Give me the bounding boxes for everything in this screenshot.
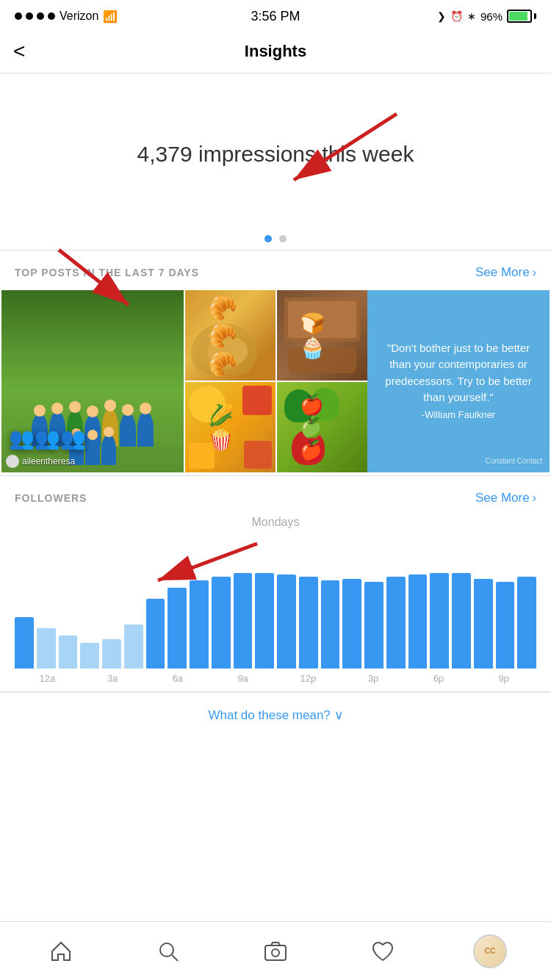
- signal-dot-1: [15, 12, 22, 20]
- top-post-2b[interactable]: [277, 290, 367, 381]
- what-mean-section: What do these mean? ∨: [0, 692, 551, 738]
- battery-fill: [509, 12, 527, 21]
- pagination-dot-1: [264, 235, 272, 242]
- post-1-image: [1, 290, 184, 472]
- bar: [342, 579, 361, 669]
- bar: [386, 577, 406, 669]
- camera-icon: [264, 940, 287, 963]
- location-icon: ❯: [437, 10, 446, 22]
- carrier-name: Verizon: [60, 10, 98, 23]
- status-right: ❯ ⏰ ∗ 96%: [437, 10, 536, 23]
- top-posts-grid: aileentheresa: [0, 290, 551, 472]
- top-post-3[interactable]: "Don't bother just to be better than you…: [367, 290, 550, 472]
- svg-point-4: [160, 943, 173, 956]
- top-post-2-grid: [185, 290, 366, 472]
- nav-search[interactable]: [146, 929, 190, 973]
- bar: [517, 577, 536, 669]
- heart-icon: [371, 940, 395, 963]
- followers-chevron-icon: ›: [533, 491, 536, 505]
- bar: [15, 617, 34, 669]
- pagination-dot-2: [279, 235, 287, 242]
- bar: [321, 580, 340, 669]
- bar: [190, 580, 209, 669]
- nav-profile[interactable]: CC: [468, 929, 512, 973]
- followers-section: FOLLOWERS See More › Mondays 12a3a6a9a12…: [0, 476, 551, 691]
- status-time: 3:56 PM: [251, 9, 300, 24]
- top-post-2a[interactable]: [185, 290, 276, 381]
- followers-see-more[interactable]: See More ›: [475, 491, 536, 505]
- battery-indicator: [507, 10, 536, 23]
- chart-x-label: 6p: [406, 673, 472, 684]
- svg-rect-6: [265, 945, 286, 960]
- bar: [430, 573, 449, 669]
- see-more-label: See More: [475, 265, 530, 280]
- chart-label: Mondays: [15, 516, 536, 529]
- page-title: Insights: [245, 42, 306, 61]
- chart-x-labels: 12a3a6a9a12p3p6p9p: [15, 669, 536, 684]
- nav-bar: < Insights: [0, 29, 551, 73]
- bar: [146, 599, 165, 669]
- top-posts-see-more[interactable]: See More ›: [475, 265, 536, 280]
- quote-post-footer: Constant Contact: [486, 457, 542, 465]
- svg-point-7: [272, 949, 279, 956]
- bar: [59, 635, 78, 669]
- bar: [364, 582, 383, 669]
- signal-dots: [15, 12, 55, 20]
- wifi-icon: 📶: [103, 10, 118, 24]
- bar: [452, 573, 471, 669]
- back-button[interactable]: <: [13, 40, 25, 63]
- nav-camera[interactable]: [253, 929, 298, 973]
- top-post-1[interactable]: aileentheresa: [1, 290, 184, 472]
- followers-title: FOLLOWERS: [15, 492, 87, 504]
- page-wrapper: Verizon 📶 3:56 PM ❯ ⏰ ∗ 96% < Insights 4…: [0, 0, 551, 738]
- post-1-user-label: aileentheresa: [6, 455, 75, 468]
- chart-x-label: 3a: [80, 673, 145, 684]
- chart-x-label: 9a: [210, 673, 276, 684]
- bar: [102, 639, 121, 669]
- bar: [234, 573, 253, 669]
- status-left: Verizon 📶: [15, 10, 118, 24]
- bar: [37, 628, 56, 669]
- bar: [124, 624, 143, 669]
- bar: [80, 643, 99, 669]
- top-post-2c[interactable]: [185, 382, 276, 472]
- bar-chart: [15, 536, 536, 669]
- alarm-icon: ⏰: [450, 10, 463, 22]
- bar: [496, 582, 515, 669]
- followers-see-more-label: See More: [475, 491, 530, 505]
- battery-percent: 96%: [480, 10, 503, 23]
- svg-line-5: [172, 955, 178, 961]
- what-mean-link[interactable]: What do these mean? ∨: [208, 708, 342, 722]
- chart-x-label: 9p: [471, 673, 536, 684]
- pagination-dots: [0, 235, 551, 242]
- post-1-avatar: [6, 455, 19, 468]
- profile-icon: CC: [473, 934, 507, 968]
- signal-dot-3: [37, 12, 44, 20]
- chart-x-label: 12a: [15, 673, 80, 684]
- followers-header: FOLLOWERS See More ›: [0, 476, 551, 516]
- bar: [212, 577, 231, 669]
- top-post-2d[interactable]: [277, 382, 367, 472]
- chart-x-label: 6a: [145, 673, 211, 684]
- chart-container: Mondays 12a3a6a9a12p3p6p9p: [0, 516, 551, 691]
- battery-tip: [534, 13, 536, 19]
- chart-x-label: 3p: [341, 673, 406, 684]
- bar: [408, 574, 428, 669]
- signal-dot-4: [48, 12, 55, 20]
- bar: [255, 573, 274, 669]
- signal-dot-2: [26, 12, 33, 20]
- bar: [168, 588, 187, 669]
- bar: [474, 579, 493, 669]
- nav-heart[interactable]: [361, 929, 405, 973]
- impressions-section: 4,379 impressions this week: [0, 73, 551, 220]
- search-icon: [156, 940, 180, 963]
- chart-x-label: 12p: [276, 673, 341, 684]
- nav-home[interactable]: [39, 929, 83, 973]
- home-icon: [49, 940, 73, 963]
- see-more-chevron-icon: ›: [533, 266, 536, 279]
- bar: [277, 574, 296, 669]
- top-posts-header: TOP POSTS IN THE LAST 7 DAYS See More ›: [0, 251, 551, 290]
- bluetooth-icon: ∗: [467, 10, 476, 22]
- post-1-username: aileentheresa: [22, 456, 75, 466]
- top-posts-title: TOP POSTS IN THE LAST 7 DAYS: [15, 267, 199, 278]
